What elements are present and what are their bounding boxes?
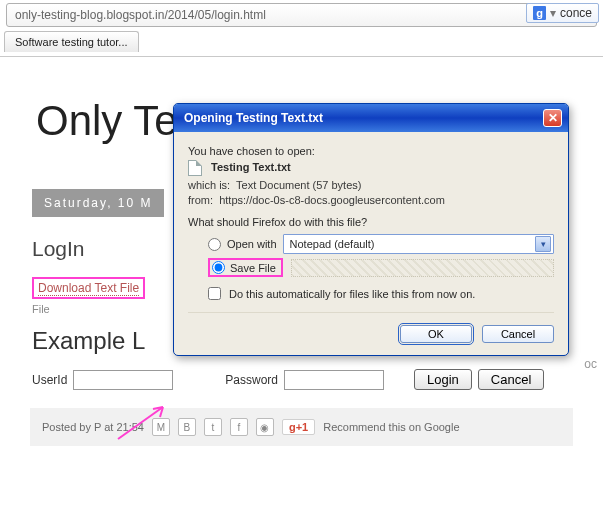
login-form: UserId Password Login Cancel [32, 369, 603, 390]
share-pinterest-icon[interactable]: ◉ [256, 418, 274, 436]
google-plus-button[interactable]: g+1 [282, 419, 315, 435]
chevron-down-icon[interactable]: ▾ [535, 236, 551, 252]
tab-current[interactable]: Software testing tutor... [4, 31, 139, 52]
save-file-label: Save File [230, 262, 276, 274]
posted-by: Posted by P at 21:54 [42, 421, 144, 433]
action-prompt: What should Firefox do with this file? [188, 216, 554, 228]
search-dropdown-icon[interactable]: ▾ [550, 6, 556, 20]
download-text-file-link[interactable]: Download Text File [38, 281, 139, 296]
post-date: Saturday, 10 M [32, 189, 164, 217]
recommend-label: Recommend this on Google [323, 421, 459, 433]
password-label: Password [225, 373, 278, 387]
dialog-filename: Testing Text.txt [211, 161, 291, 173]
from-label: from: [188, 194, 213, 206]
userid-label: UserId [32, 373, 67, 387]
url-bar[interactable]: only-testing-blog.blogspot.in/2014/05/lo… [6, 3, 597, 27]
share-blog-icon[interactable]: B [178, 418, 196, 436]
clipped-text: oc [584, 357, 597, 371]
disabled-field [291, 259, 554, 277]
close-icon[interactable]: ✕ [543, 109, 562, 127]
dialog-title: Opening Testing Text.txt [184, 111, 323, 125]
dialog-titlebar[interactable]: Opening Testing Text.txt ✕ [174, 104, 568, 132]
auto-label: Do this automatically for files like thi… [229, 288, 475, 300]
save-file-row[interactable]: Save File [208, 258, 554, 277]
save-file-highlight: Save File [208, 258, 283, 277]
search-input[interactable]: conce [560, 6, 592, 20]
search-box[interactable]: g ▾ conce [526, 3, 599, 23]
which-is-label: which is: [188, 179, 230, 191]
login-button[interactable]: Login [414, 369, 472, 390]
google-icon: g [533, 6, 546, 20]
download-dialog: Opening Testing Text.txt ✕ You have chos… [173, 103, 569, 356]
open-with-select[interactable]: Notepad (default) ▾ [283, 234, 554, 254]
open-with-label: Open with [227, 238, 277, 250]
tab-bar: Software testing tutor... [0, 31, 603, 55]
share-facebook-icon[interactable]: f [230, 418, 248, 436]
ok-button[interactable]: OK [400, 325, 472, 343]
chosen-label: You have chosen to open: [188, 145, 554, 157]
cancel-button[interactable]: Cancel [478, 369, 544, 390]
auto-checkbox[interactable] [208, 287, 221, 300]
download-link-highlight: Download Text File [32, 277, 145, 299]
share-twitter-icon[interactable]: t [204, 418, 222, 436]
open-with-value: Notepad (default) [290, 238, 375, 250]
from-value: https://doc-0s-c8-docs.googleusercontent… [219, 194, 445, 206]
dialog-cancel-button[interactable]: Cancel [482, 325, 554, 343]
save-file-radio[interactable] [212, 261, 225, 274]
userid-input[interactable] [73, 370, 173, 390]
url-text[interactable]: only-testing-blog.blogspot.in/2014/05/lo… [7, 4, 560, 26]
open-with-radio[interactable] [208, 238, 221, 251]
post-footer: Posted by P at 21:54 M B t f ◉ g+1 Recom… [30, 408, 573, 446]
share-email-icon[interactable]: M [152, 418, 170, 436]
password-input[interactable] [284, 370, 384, 390]
document-icon [188, 160, 202, 176]
open-with-row[interactable]: Open with Notepad (default) ▾ [208, 234, 554, 254]
which-is-value: Text Document (57 bytes) [236, 179, 361, 191]
